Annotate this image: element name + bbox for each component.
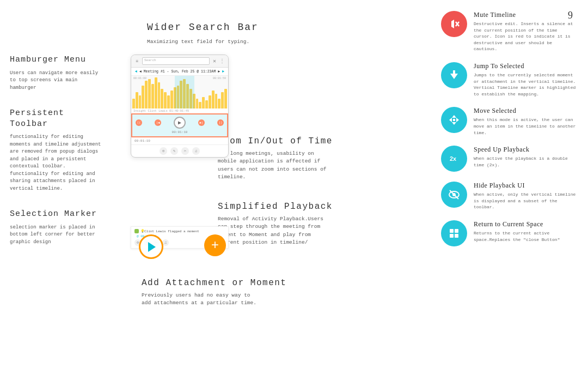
hide-playback-desc: When active, only the vertical timeline … [474,191,577,210]
skip-forward-button[interactable]: ►| [198,119,205,126]
waveform-time-end: 00:01:59 [213,77,226,80]
notification-text: Clint Lewis flagged a moment [144,230,199,233]
bottom-icon-4[interactable]: ♫ [192,147,200,155]
right-section: Mute Timeline Destructive edit. Inserts … [436,0,588,368]
svg-rect-15 [455,229,458,233]
fast-forward-button[interactable]: ⟩⟩ [217,119,224,126]
hide-playback-icon [447,188,461,202]
wider-search-desc: Maximizing text field for typing. [147,38,249,46]
return-space-desc: Returns to the current active space.Repl… [474,230,577,243]
feature-hide-playback: Hide Playback UI When active, only the v… [441,182,577,210]
add-attachment-button[interactable]: + [204,234,226,256]
phone-waveform: 00:01:00 00:01:59 [131,76,228,108]
more-icon: ⋮ [219,58,225,64]
svg-rect-4 [453,70,455,75]
bottom-icon-2[interactable]: ✎ [170,147,178,155]
svg-marker-0 [451,20,454,28]
feature-jump-selected: Jump To Selected Jumps to the currently … [441,62,577,97]
bottom-icon-1[interactable]: ⊙ [160,147,167,155]
speed-playback-text: Speed Up Playback When active the playba… [474,146,577,168]
phone-playback-bar: ⟨⟨ |◄ ▶ ►| ⟩⟩ 00:01:10 [131,113,228,137]
bottom-icon-3[interactable]: ✂ [181,147,189,155]
playback-time-display: 00:01:10 [136,130,224,134]
play-button[interactable]: ▶ [174,117,186,129]
svg-marker-7 [449,118,452,122]
next-arrow: ► [222,69,224,74]
return-space-icon [447,226,461,240]
phone-header: ◄ ◄ Meeting #1 - Sun, Feb 25 @ 11:23AM ►… [131,68,228,76]
hide-playback-icon-circle [441,182,467,208]
move-selected-title: Move Selected [474,107,577,115]
svg-rect-16 [450,234,454,238]
svg-text:2x: 2x [450,155,457,162]
return-space-icon-circle [441,220,467,246]
jump-selected-text: Jump To Selected Jumps to the currently … [474,62,577,97]
waveform-highlight [175,76,194,108]
selection-marker-desc: selection marker is placed in bottom lef… [10,224,103,246]
mute-icon [447,17,461,31]
mute-timeline-text: Mute Timeline Destructive edit. Inserts … [474,11,577,52]
timeline-time: 00:01:10 [134,139,150,143]
phone-timeline: 00:01:10 [131,137,228,145]
zoom-title: Zoom In/Out of Time [218,136,333,146]
prev-arrow: ◄ [135,69,137,74]
speed-playback-desc: When active the playback is a double tim… [474,155,577,168]
center-section: Wider Search Bar Maximizing text field f… [109,0,343,368]
speed-2x-icon: 2x [447,152,461,166]
phone-toolbar: ≡ Search ✕ ⋮ [131,55,228,68]
hamburger-icon: ≡ [134,58,140,64]
meeting-label: ◄ Meeting #1 - Sun, Feb 25 @ 11:23AM ► [139,70,220,74]
playback-controls: ⟨⟨ |◄ ▶ ►| ⟩⟩ [136,117,224,129]
rewind-button[interactable]: ⟨⟨ [136,119,142,126]
zoom-desc: For long meetings, usability on mobile a… [218,150,327,181]
attachment-title: Add Attachment or Moment [142,278,286,288]
selection-marker-circle [139,234,163,259]
attachment-desc: Previously users had no easy way to add … [142,292,261,307]
close-icon: ✕ [212,58,217,64]
selection-play-icon [148,242,156,252]
feature-move-selected: Move Selected When this mode is active, … [441,107,577,136]
svg-rect-14 [450,229,454,233]
phone-bottom-icons: ⊙ ✎ ✂ ♫ [131,145,228,157]
hamburger-menu-title: Hamburger Menu [10,55,103,65]
left-section: Hamburger Menu Users can navigate more e… [0,0,109,368]
hamburger-menu-desc: Users can navigate more easily to top sc… [10,70,103,92]
search-placeholder-text: Search [144,58,156,62]
feature-speed-playback: 2x Speed Up Playback When active the pla… [441,146,577,172]
insight-label: Insight Clint Lewis 01:40-01:45 [131,108,228,113]
simplified-playback-title: Simplified Playback [218,202,333,212]
jump-selected-desc: Jumps to the currently selected moment o… [474,72,577,97]
persistent-toolbar-title: Persistent Toolbar [10,108,103,129]
svg-marker-6 [452,122,456,125]
hide-playback-text: Hide Playback UI When active, only the v… [474,182,577,210]
return-space-text: Return to Current Space Returns to the c… [474,220,577,243]
speed-playback-icon-circle: 2x [441,146,467,172]
notif-icon-lamp: 💡 [140,229,144,233]
waveform-time-start: 00:01:00 [133,77,146,80]
hide-playback-title: Hide Playback UI [474,182,577,190]
speed-playback-title: Speed Up Playback [474,146,577,154]
move-selected-text: Move Selected When this mode is active, … [474,107,577,136]
notif-dot [134,229,139,233]
wider-search-title: Wider Search Bar [147,22,259,33]
feature-mute-timeline: Mute Timeline Destructive edit. Inserts … [441,11,577,52]
jump-selected-title: Jump To Selected [474,62,577,70]
persistent-toolbar-desc: functionality for editing moments and ti… [10,134,103,192]
svg-marker-8 [456,118,459,122]
move-icon [447,113,461,127]
svg-marker-5 [452,115,456,118]
mute-timeline-icon-circle [441,11,467,37]
mute-timeline-desc: Destructive edit. Inserts a silence at t… [474,21,577,52]
return-space-title: Return to Current Space [474,220,577,228]
svg-rect-9 [453,119,455,121]
phone-mockup: ≡ Search ✕ ⋮ ◄ ◄ Meeting #1 - Sun, Feb 2… [131,55,229,158]
feature-return-space: Return to Current Space Returns to the c… [441,220,577,246]
simplified-playback-desc: Removal of Activity Playback.Users can s… [218,215,332,246]
arrow-down-icon [447,68,461,82]
move-selected-icon-circle [441,107,467,133]
phone-search-bar[interactable]: Search [142,57,210,65]
jump-selected-icon-circle [441,62,467,88]
svg-rect-17 [455,234,458,238]
skip-back-button[interactable]: |◄ [155,119,161,126]
selection-marker-title: Selection Marker [10,209,103,220]
